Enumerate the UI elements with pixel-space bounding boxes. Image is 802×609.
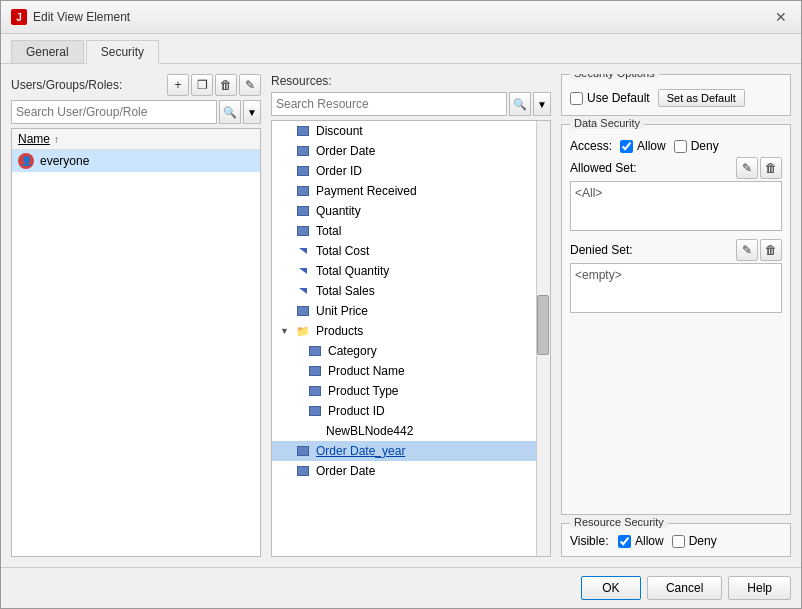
resource-item-label: Total	[316, 224, 341, 238]
data-security-group: Data Security Access: Allow Deny	[561, 124, 791, 515]
cancel-button[interactable]: Cancel	[647, 576, 722, 600]
spacer-icon	[292, 426, 302, 436]
allow-checkbox[interactable]	[620, 140, 633, 153]
resource-search-input[interactable]	[271, 92, 507, 116]
spacer-icon	[292, 366, 302, 376]
title-bar: J Edit View Element ✕	[1, 1, 801, 34]
help-button[interactable]: Help	[728, 576, 791, 600]
scrollbar-thumb[interactable]	[537, 295, 549, 355]
list-item[interactable]: Product Name	[272, 361, 550, 381]
list-item[interactable]: NewBLNode442	[272, 421, 550, 441]
ok-button[interactable]: OK	[581, 576, 641, 600]
set-as-default-button[interactable]: Set as Default	[658, 89, 745, 107]
delete-allowed-set-button[interactable]: 🗑	[760, 157, 782, 179]
user-list[interactable]: Name ↑ 👤 everyone	[11, 128, 261, 557]
denied-set-value: <empty>	[570, 263, 782, 313]
measure-icon	[296, 244, 310, 258]
content-area: Users/Groups/Roles: + ❐ 🗑 ✎ 🔍 ▼ Name	[1, 64, 801, 567]
resource-item-label: Total Cost	[316, 244, 369, 258]
resource-item-label: Discount	[316, 124, 363, 138]
field-icon	[296, 144, 310, 158]
field-icon	[296, 444, 310, 458]
denied-set-actions: ✎ 🗑	[736, 239, 782, 261]
spacer-icon	[280, 286, 290, 296]
security-options-title: Security Options	[570, 74, 659, 79]
field-icon	[296, 304, 310, 318]
allowed-set-label: Allowed Set:	[570, 161, 637, 175]
edit-denied-set-button[interactable]: ✎	[736, 239, 758, 261]
resource-search-button[interactable]: 🔍	[509, 92, 531, 116]
list-item[interactable]: Total	[272, 221, 550, 241]
copy-user-button[interactable]: ❐	[191, 74, 213, 96]
list-item[interactable]: Total Sales	[272, 281, 550, 301]
list-item[interactable]: Category	[272, 341, 550, 361]
user-search-button[interactable]: 🔍	[219, 100, 241, 124]
middle-panel-header: Resources:	[271, 74, 551, 88]
resource-security-content: Visible: Allow Deny	[570, 534, 782, 548]
user-search-dropdown[interactable]: ▼	[243, 100, 261, 124]
access-row: Access: Allow Deny	[570, 139, 782, 153]
app-icon: J	[11, 9, 27, 25]
resource-list[interactable]: Discount Order Date Order ID	[271, 120, 551, 557]
visible-deny-checkbox[interactable]	[672, 535, 685, 548]
resource-search-dropdown[interactable]: ▼	[533, 92, 551, 116]
edit-allowed-set-button[interactable]: ✎	[736, 157, 758, 179]
list-item[interactable]: Total Cost	[272, 241, 550, 261]
resource-item-label: NewBLNode442	[326, 424, 413, 438]
field-icon	[308, 384, 322, 398]
list-item[interactable]: Product Type	[272, 381, 550, 401]
delete-denied-set-button[interactable]: 🗑	[760, 239, 782, 261]
visible-allow-label: Allow	[635, 534, 664, 548]
close-button[interactable]: ✕	[771, 7, 791, 27]
list-item[interactable]: Order Date_year	[272, 441, 550, 461]
resources-label: Resources:	[271, 74, 332, 88]
deny-checkbox[interactable]	[674, 140, 687, 153]
tab-general[interactable]: General	[11, 40, 84, 63]
user-list-item[interactable]: 👤 everyone	[12, 150, 260, 172]
tab-security[interactable]: Security	[86, 40, 159, 64]
list-item[interactable]: Order Date	[272, 461, 550, 481]
add-user-button[interactable]: +	[167, 74, 189, 96]
list-item[interactable]: ▼ 📁 Products	[272, 321, 550, 341]
list-item[interactable]: Quantity	[272, 201, 550, 221]
list-item[interactable]: Total Quantity	[272, 261, 550, 281]
dialog-title: Edit View Element	[33, 10, 765, 24]
collapse-icon[interactable]: ▼	[280, 326, 290, 336]
spacer-icon	[280, 266, 290, 276]
left-panel: Users/Groups/Roles: + ❐ 🗑 ✎ 🔍 ▼ Name	[11, 74, 261, 557]
left-panel-label: Users/Groups/Roles:	[11, 78, 122, 92]
none-icon	[308, 424, 320, 438]
user-search-input[interactable]	[11, 100, 217, 124]
resource-item-label: Quantity	[316, 204, 361, 218]
measure-icon	[296, 284, 310, 298]
visible-allow-checkbox[interactable]	[618, 535, 631, 548]
edit-user-button[interactable]: ✎	[239, 74, 261, 96]
list-item[interactable]: Unit Price	[272, 301, 550, 321]
list-item[interactable]: Order Date	[272, 141, 550, 161]
list-item[interactable]: Discount	[272, 121, 550, 141]
list-item[interactable]: Payment Received	[272, 181, 550, 201]
resource-item-label: Product ID	[328, 404, 385, 418]
left-toolbar: + ❐ 🗑 ✎	[167, 74, 261, 96]
visible-allow-row: Allow	[618, 534, 664, 548]
field-icon	[296, 184, 310, 198]
field-icon	[296, 224, 310, 238]
use-default-row: Use Default	[570, 91, 650, 105]
sort-arrow-icon: ↑	[54, 134, 59, 145]
spacer-icon	[280, 166, 290, 176]
resource-item-label: Total Sales	[316, 284, 375, 298]
allowed-set-actions: ✎ 🗑	[736, 157, 782, 179]
spacer-icon	[280, 246, 290, 256]
delete-user-button[interactable]: 🗑	[215, 74, 237, 96]
spacer-icon	[292, 406, 302, 416]
list-item[interactable]: Product ID	[272, 401, 550, 421]
list-item[interactable]: Order ID	[272, 161, 550, 181]
access-label: Access:	[570, 139, 612, 153]
field-icon	[296, 464, 310, 478]
resource-item-label: Order Date	[316, 144, 375, 158]
use-default-checkbox[interactable]	[570, 92, 583, 105]
resource-search-row: 🔍 ▼	[271, 92, 551, 116]
allowed-set-row: Allowed Set: ✎ 🗑	[570, 157, 782, 179]
field-icon	[296, 204, 310, 218]
resource-item-label: Order ID	[316, 164, 362, 178]
